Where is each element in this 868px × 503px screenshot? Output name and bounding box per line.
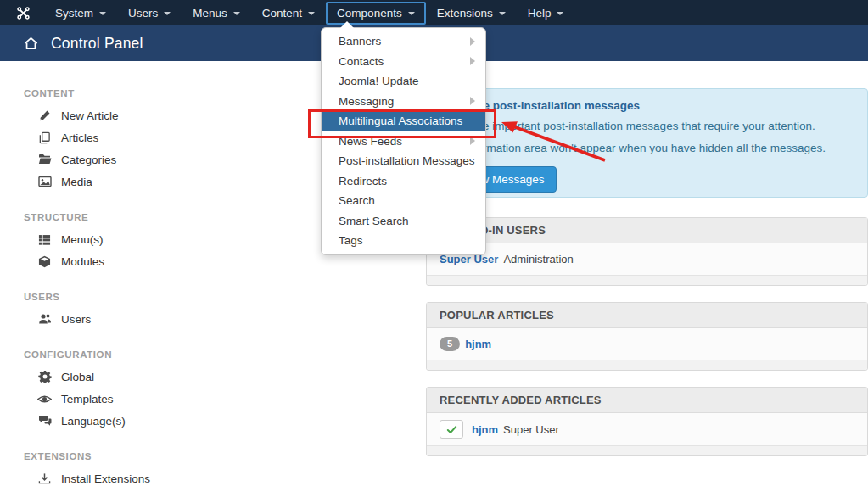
- article-link[interactable]: hjnm: [472, 423, 498, 436]
- menu-item-label: Post-installation Messages: [339, 154, 477, 167]
- eye-icon: [37, 392, 52, 406]
- logged-in-users-panel: LOGGED-IN USERS Super User Administratio…: [426, 217, 868, 286]
- joomla-logo-icon: [16, 6, 31, 20]
- sidebar-item-label: Media: [61, 176, 92, 188]
- menu-menus-label: Menus: [193, 7, 227, 20]
- sidebar: CONTENT New Article Articles Categories: [0, 61, 212, 503]
- caret-down-icon: [99, 12, 106, 15]
- sidebar-section-configuration: CONFIGURATION Global Templates Language(…: [0, 349, 212, 432]
- hits-badge: 5: [440, 337, 460, 351]
- published-toggle-button[interactable]: [440, 420, 463, 439]
- menu-item-redirects[interactable]: Redirects: [322, 171, 485, 192]
- user-location-label: Administration: [503, 253, 573, 265]
- sidebar-heading: CONTENT: [0, 88, 212, 98]
- gear-icon: [37, 370, 52, 383]
- info-box-line2: This information area won't appear when …: [440, 142, 854, 154]
- copy-icon: [37, 131, 52, 144]
- sidebar-item-label: Modules: [61, 255, 104, 268]
- image-icon: [37, 175, 52, 188]
- sidebar-heading: EXTENSIONS: [0, 451, 212, 461]
- menu-menus[interactable]: Menus: [182, 2, 251, 25]
- menu-item-messaging[interactable]: Messaging: [322, 92, 485, 112]
- sidebar-section-structure: STRUCTURE Menu(s) Modules: [0, 212, 212, 272]
- folder-icon: [37, 153, 52, 166]
- sidebar-item-modules[interactable]: Modules: [0, 250, 212, 272]
- sidebar-item-install-extensions[interactable]: Install Extensions: [0, 467, 212, 489]
- popular-articles-panel: POPULAR ARTICLES 5 hjnm: [426, 302, 868, 371]
- sidebar-heading: STRUCTURE: [0, 212, 212, 222]
- menu-item-tags[interactable]: Tags: [322, 231, 485, 251]
- recent-article-row: hjnm Super User: [427, 413, 867, 445]
- sidebar-item-new-article[interactable]: New Article: [0, 104, 212, 126]
- menu-item-joomla-update[interactable]: Joomla! Update: [322, 71, 485, 92]
- sidebar-item-label: Install Extensions: [61, 472, 150, 485]
- logged-in-user-row: Super User Administration: [427, 243, 867, 275]
- comments-icon: [37, 414, 52, 428]
- menu-extensions[interactable]: Extensions: [426, 2, 517, 25]
- menu-item-multilingual-associations[interactable]: Multilingual Associations: [322, 111, 485, 131]
- sidebar-item-label: Templates: [61, 393, 114, 405]
- info-box-line1: There are important post-installation me…: [440, 120, 854, 132]
- panel-footer: [427, 360, 867, 370]
- menu-content-label: Content: [262, 7, 302, 20]
- sidebar-item-categories[interactable]: Categories: [0, 148, 212, 170]
- menu-item-news-feeds[interactable]: News Feeds: [322, 131, 485, 152]
- panel-footer: [427, 445, 867, 455]
- menu-item-smart-search[interactable]: Smart Search: [322, 211, 485, 232]
- page-title: Control Panel: [51, 35, 143, 53]
- menu-item-label: Smart Search: [339, 215, 477, 227]
- panel-title: POPULAR ARTICLES: [427, 303, 867, 328]
- users-icon: [37, 312, 52, 326]
- article-link[interactable]: hjnm: [465, 338, 491, 350]
- menu-item-search[interactable]: Search: [322, 191, 485, 211]
- menu-item-banners[interactable]: Banners: [322, 31, 485, 52]
- menu-users-label: Users: [128, 7, 158, 20]
- sidebar-item-label: Categories: [61, 154, 116, 166]
- caret-down-icon: [164, 12, 171, 15]
- sidebar-item-users[interactable]: Users: [0, 308, 212, 330]
- menu-item-contacts[interactable]: Contacts: [322, 52, 485, 72]
- menu-item-label: Multilingual Associations: [339, 115, 477, 127]
- submenu-arrow-icon: [470, 97, 475, 105]
- menu-item-label: Redirects: [339, 175, 477, 187]
- sidebar-item-label: New Article: [61, 109, 119, 122]
- menu-help[interactable]: Help: [517, 2, 575, 25]
- menu-users[interactable]: Users: [117, 2, 182, 25]
- check-icon: [446, 424, 457, 435]
- menu-item-label: Banners: [339, 35, 470, 48]
- sidebar-section-content: CONTENT New Article Articles Categories: [0, 88, 212, 193]
- sidebar-item-global[interactable]: Global: [0, 366, 212, 388]
- menu-system-label: System: [55, 7, 93, 20]
- download-icon: [37, 472, 52, 485]
- sidebar-item-label: Menu(s): [61, 233, 104, 246]
- menu-content[interactable]: Content: [251, 2, 326, 25]
- caret-down-icon: [408, 12, 415, 15]
- sidebar-section-users: USERS Users: [0, 292, 212, 330]
- panel-title: RECENTLY ADDED ARTICLES: [427, 388, 867, 413]
- sidebar-heading: USERS: [0, 292, 212, 302]
- popular-article-row: 5 hjnm: [427, 328, 867, 360]
- menu-extensions-label: Extensions: [437, 7, 493, 20]
- article-author-label: Super User: [503, 423, 559, 436]
- main-content: You have post-installation messages Ther…: [426, 61, 868, 503]
- post-installation-info-box: You have post-installation messages Ther…: [426, 88, 868, 198]
- menu-system[interactable]: System: [44, 2, 117, 25]
- menu-item-post-installation-messages[interactable]: Post-installation Messages: [322, 151, 485, 171]
- submenu-arrow-icon: [470, 37, 475, 46]
- panel-footer: [427, 275, 867, 285]
- menu-help-label: Help: [528, 7, 552, 20]
- joomla-admin-screen: System Users Menus Content Components Ex…: [0, 0, 868, 503]
- sidebar-section-extensions: EXTENSIONS Install Extensions: [0, 451, 212, 489]
- info-box-title: You have post-installation messages: [440, 99, 854, 112]
- sidebar-item-media[interactable]: Media: [0, 170, 212, 193]
- submenu-arrow-icon: [470, 57, 475, 65]
- sidebar-item-templates[interactable]: Templates: [0, 388, 212, 410]
- menu-item-label: Tags: [339, 234, 477, 247]
- cube-icon: [37, 255, 52, 268]
- sidebar-item-menus[interactable]: Menu(s): [0, 228, 212, 250]
- sidebar-item-articles[interactable]: Articles: [0, 126, 212, 148]
- menu-item-label: Search: [339, 194, 477, 207]
- caret-down-icon: [557, 12, 563, 15]
- menu-item-label: Contacts: [339, 55, 470, 68]
- sidebar-item-languages[interactable]: Language(s): [0, 410, 212, 432]
